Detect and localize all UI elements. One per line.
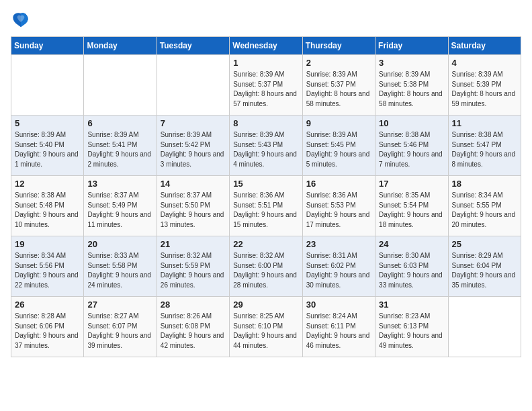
day-cell: 10Sunrise: 8:38 AM Sunset: 5:46 PM Dayli…: [375, 116, 448, 176]
page-header: [11, 11, 521, 30]
day-cell: 3Sunrise: 8:39 AM Sunset: 5:38 PM Daylig…: [375, 55, 448, 116]
day-info: Sunrise: 8:39 AM Sunset: 5:40 PM Dayligh…: [15, 130, 80, 169]
day-info: Sunrise: 8:37 AM Sunset: 5:49 PM Dayligh…: [87, 191, 152, 230]
day-cell: [11, 55, 84, 116]
day-info: Sunrise: 8:36 AM Sunset: 5:53 PM Dayligh…: [306, 191, 371, 230]
day-info: Sunrise: 8:35 AM Sunset: 5:54 PM Dayligh…: [379, 191, 444, 230]
day-cell: 6Sunrise: 8:39 AM Sunset: 5:41 PM Daylig…: [84, 116, 157, 176]
day-info: Sunrise: 8:28 AM Sunset: 6:06 PM Dayligh…: [15, 312, 80, 351]
header-saturday: Saturday: [448, 37, 521, 55]
day-cell: 11Sunrise: 8:38 AM Sunset: 5:47 PM Dayli…: [448, 116, 521, 176]
day-number: 30: [306, 300, 371, 310]
day-number: 2: [306, 58, 371, 68]
day-number: 21: [161, 239, 226, 249]
day-number: 8: [233, 118, 298, 128]
day-info: Sunrise: 8:32 AM Sunset: 5:59 PM Dayligh…: [161, 251, 226, 290]
day-cell: 2Sunrise: 8:39 AM Sunset: 5:37 PM Daylig…: [302, 55, 375, 116]
logo-icon: [11, 11, 30, 30]
day-info: Sunrise: 8:37 AM Sunset: 5:50 PM Dayligh…: [161, 191, 226, 230]
day-info: Sunrise: 8:39 AM Sunset: 5:42 PM Dayligh…: [161, 130, 226, 169]
header-row: SundayMondayTuesdayWednesdayThursdayFrid…: [11, 37, 521, 55]
day-number: 28: [161, 300, 226, 310]
day-info: Sunrise: 8:23 AM Sunset: 6:13 PM Dayligh…: [379, 312, 444, 351]
day-number: 16: [306, 179, 371, 189]
day-cell: 17Sunrise: 8:35 AM Sunset: 5:54 PM Dayli…: [375, 176, 448, 236]
day-cell: [157, 55, 229, 116]
day-info: Sunrise: 8:33 AM Sunset: 5:58 PM Dayligh…: [87, 251, 152, 290]
day-cell: 15Sunrise: 8:36 AM Sunset: 5:51 PM Dayli…: [230, 176, 302, 236]
day-number: 6: [87, 118, 152, 128]
header-tuesday: Tuesday: [157, 37, 229, 55]
calendar-header: SundayMondayTuesdayWednesdayThursdayFrid…: [11, 37, 521, 55]
day-number: 13: [87, 179, 152, 189]
day-number: 5: [15, 118, 80, 128]
week-row-0: 1Sunrise: 8:39 AM Sunset: 5:37 PM Daylig…: [11, 55, 521, 116]
day-info: Sunrise: 8:30 AM Sunset: 6:03 PM Dayligh…: [379, 251, 444, 290]
day-cell: 19Sunrise: 8:34 AM Sunset: 5:56 PM Dayli…: [11, 236, 84, 297]
calendar-body: 1Sunrise: 8:39 AM Sunset: 5:37 PM Daylig…: [11, 55, 521, 357]
day-cell: 24Sunrise: 8:30 AM Sunset: 6:03 PM Dayli…: [375, 236, 448, 297]
week-row-4: 26Sunrise: 8:28 AM Sunset: 6:06 PM Dayli…: [11, 297, 521, 357]
day-info: Sunrise: 8:39 AM Sunset: 5:43 PM Dayligh…: [233, 130, 298, 169]
day-number: 20: [87, 239, 152, 249]
day-info: Sunrise: 8:29 AM Sunset: 6:04 PM Dayligh…: [452, 251, 517, 290]
day-cell: 18Sunrise: 8:34 AM Sunset: 5:55 PM Dayli…: [448, 176, 521, 236]
day-number: 17: [379, 179, 444, 189]
day-info: Sunrise: 8:31 AM Sunset: 6:02 PM Dayligh…: [306, 251, 371, 290]
day-number: 31: [379, 300, 444, 310]
day-cell: 31Sunrise: 8:23 AM Sunset: 6:13 PM Dayli…: [375, 297, 448, 357]
day-cell: 25Sunrise: 8:29 AM Sunset: 6:04 PM Dayli…: [448, 236, 521, 297]
day-info: Sunrise: 8:34 AM Sunset: 5:55 PM Dayligh…: [452, 191, 517, 230]
day-cell: 22Sunrise: 8:32 AM Sunset: 6:00 PM Dayli…: [230, 236, 302, 297]
day-info: Sunrise: 8:39 AM Sunset: 5:39 PM Dayligh…: [452, 70, 517, 109]
day-number: 12: [15, 179, 80, 189]
day-info: Sunrise: 8:34 AM Sunset: 5:56 PM Dayligh…: [15, 251, 80, 290]
day-cell: 16Sunrise: 8:36 AM Sunset: 5:53 PM Dayli…: [302, 176, 375, 236]
day-info: Sunrise: 8:39 AM Sunset: 5:41 PM Dayligh…: [87, 130, 152, 169]
day-number: 27: [87, 300, 152, 310]
day-number: 18: [452, 179, 517, 189]
day-info: Sunrise: 8:38 AM Sunset: 5:46 PM Dayligh…: [379, 130, 444, 169]
day-cell: 13Sunrise: 8:37 AM Sunset: 5:49 PM Dayli…: [84, 176, 157, 236]
day-info: Sunrise: 8:39 AM Sunset: 5:37 PM Dayligh…: [233, 70, 298, 109]
day-number: 10: [379, 118, 444, 128]
day-number: 19: [15, 239, 80, 249]
day-number: 11: [452, 118, 517, 128]
day-info: Sunrise: 8:38 AM Sunset: 5:47 PM Dayligh…: [452, 130, 517, 169]
day-info: Sunrise: 8:39 AM Sunset: 5:45 PM Dayligh…: [306, 130, 371, 169]
header-sunday: Sunday: [11, 37, 84, 55]
day-cell: 5Sunrise: 8:39 AM Sunset: 5:40 PM Daylig…: [11, 116, 84, 176]
day-number: 22: [233, 239, 298, 249]
day-cell: 30Sunrise: 8:24 AM Sunset: 6:11 PM Dayli…: [302, 297, 375, 357]
calendar-table: SundayMondayTuesdayWednesdayThursdayFrid…: [11, 36, 521, 357]
day-info: Sunrise: 8:36 AM Sunset: 5:51 PM Dayligh…: [233, 191, 298, 230]
day-number: 9: [306, 118, 371, 128]
day-number: 14: [161, 179, 226, 189]
day-info: Sunrise: 8:39 AM Sunset: 5:38 PM Dayligh…: [379, 70, 444, 109]
day-cell: 12Sunrise: 8:38 AM Sunset: 5:48 PM Dayli…: [11, 176, 84, 236]
header-monday: Monday: [84, 37, 157, 55]
week-row-3: 19Sunrise: 8:34 AM Sunset: 5:56 PM Dayli…: [11, 236, 521, 297]
day-cell: 21Sunrise: 8:32 AM Sunset: 5:59 PM Dayli…: [157, 236, 229, 297]
day-cell: 8Sunrise: 8:39 AM Sunset: 5:43 PM Daylig…: [230, 116, 302, 176]
day-info: Sunrise: 8:32 AM Sunset: 6:00 PM Dayligh…: [233, 251, 298, 290]
day-cell: [84, 55, 157, 116]
day-number: 1: [233, 58, 298, 68]
day-info: Sunrise: 8:38 AM Sunset: 5:48 PM Dayligh…: [15, 191, 80, 230]
day-info: Sunrise: 8:27 AM Sunset: 6:07 PM Dayligh…: [87, 312, 152, 351]
header-friday: Friday: [375, 37, 448, 55]
day-cell: 9Sunrise: 8:39 AM Sunset: 5:45 PM Daylig…: [302, 116, 375, 176]
day-number: 26: [15, 300, 80, 310]
day-number: 24: [379, 239, 444, 249]
day-info: Sunrise: 8:25 AM Sunset: 6:10 PM Dayligh…: [233, 312, 298, 351]
day-cell: 7Sunrise: 8:39 AM Sunset: 5:42 PM Daylig…: [157, 116, 229, 176]
week-row-1: 5Sunrise: 8:39 AM Sunset: 5:40 PM Daylig…: [11, 116, 521, 176]
day-cell: 1Sunrise: 8:39 AM Sunset: 5:37 PM Daylig…: [230, 55, 302, 116]
day-info: Sunrise: 8:39 AM Sunset: 5:37 PM Dayligh…: [306, 70, 371, 109]
day-info: Sunrise: 8:26 AM Sunset: 6:08 PM Dayligh…: [161, 312, 226, 351]
day-cell: 23Sunrise: 8:31 AM Sunset: 6:02 PM Dayli…: [302, 236, 375, 297]
day-cell: 27Sunrise: 8:27 AM Sunset: 6:07 PM Dayli…: [84, 297, 157, 357]
header-thursday: Thursday: [302, 37, 375, 55]
day-cell: 28Sunrise: 8:26 AM Sunset: 6:08 PM Dayli…: [157, 297, 229, 357]
day-cell: 26Sunrise: 8:28 AM Sunset: 6:06 PM Dayli…: [11, 297, 84, 357]
